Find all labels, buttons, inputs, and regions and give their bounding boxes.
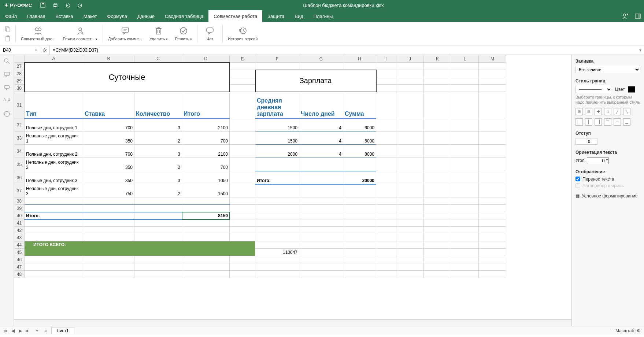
cell[interactable]: 750: [83, 184, 134, 197]
sheet-nav-first[interactable]: ⏮: [2, 328, 9, 333]
menu-layout[interactable]: Макет: [78, 10, 102, 22]
col-header[interactable]: L: [451, 55, 479, 63]
print-icon[interactable]: [52, 2, 58, 8]
save-icon[interactable]: [40, 2, 46, 8]
formula-input[interactable]: =СУММ(D32;D33:D37): [50, 45, 637, 55]
row-header[interactable]: 27: [14, 63, 25, 70]
col-header[interactable]: E: [230, 55, 255, 63]
cell[interactable]: ИТОГО ВСЕГО:: [25, 241, 255, 256]
cell[interactable]: 3: [134, 118, 182, 132]
share-button[interactable]: Совместный дос...: [17, 26, 59, 41]
chat-button[interactable]: Чат: [199, 26, 221, 41]
cell[interactable]: 350: [83, 132, 134, 145]
border-diag1-icon[interactable]: ╱: [614, 108, 621, 115]
col-header[interactable]: M: [479, 55, 506, 63]
border-outer-icon[interactable]: ⊞: [575, 108, 583, 115]
cell[interactable]: 2: [134, 158, 182, 171]
cell[interactable]: Неполные дни, сотрудник 1: [25, 132, 83, 145]
row-header[interactable]: 32: [14, 118, 25, 132]
coedit-mode-button[interactable]: Режим совмест...: [59, 26, 101, 41]
selected-cell[interactable]: 8150: [182, 212, 230, 219]
col-header[interactable]: H: [343, 55, 376, 63]
border-diag2-icon[interactable]: ╲: [623, 108, 630, 115]
cell[interactable]: 700: [182, 132, 230, 145]
menu-file[interactable]: Файл: [0, 10, 22, 22]
cell[interactable]: 1500: [182, 184, 230, 197]
cell[interactable]: Полные дни, сотрудник 2: [25, 145, 83, 158]
select-all-corner[interactable]: [14, 55, 25, 63]
sheet-nav-prev[interactable]: ◀: [10, 328, 16, 333]
add-user-icon[interactable]: [622, 13, 629, 19]
spellcheck-icon[interactable]: А↓В: [3, 97, 10, 104]
cell[interactable]: 700: [83, 145, 134, 158]
border-hcenter-icon[interactable]: ─: [614, 118, 621, 126]
formula-expand-icon[interactable]: ▾: [637, 48, 644, 53]
cell[interactable]: Число дней: [299, 92, 343, 118]
menu-view[interactable]: Вид: [289, 10, 308, 22]
cell[interactable]: 20000: [343, 171, 376, 184]
col-header[interactable]: G: [299, 55, 343, 63]
cell[interactable]: 2100: [182, 118, 230, 132]
col-header[interactable]: D: [182, 55, 230, 63]
cell[interactable]: 1500: [255, 132, 299, 145]
cell[interactable]: 4: [299, 118, 343, 132]
row-header[interactable]: 29: [14, 77, 25, 85]
row-header[interactable]: 47: [14, 263, 25, 271]
indent-input[interactable]: [575, 138, 597, 145]
cell[interactable]: 6000: [343, 118, 376, 132]
cell[interactable]: Тип: [25, 92, 83, 118]
undo-icon[interactable]: [65, 2, 71, 8]
border-bottom-icon[interactable]: ▁: [623, 118, 630, 126]
menu-insert[interactable]: Вставка: [50, 10, 78, 22]
border-vcenter-icon[interactable]: │: [585, 118, 592, 126]
menu-home[interactable]: Главная: [22, 10, 50, 22]
border-color-picker[interactable]: [628, 86, 635, 93]
border-top-icon[interactable]: ▔: [604, 118, 611, 126]
cell[interactable]: 2000: [255, 145, 299, 158]
cell[interactable]: 350: [83, 171, 134, 184]
fill-select[interactable]: Без заливки: [575, 66, 640, 73]
cell[interactable]: Неполные дни, сотрудник 2: [25, 158, 83, 171]
col-header[interactable]: F: [255, 55, 299, 63]
cell[interactable]: Количество: [134, 92, 182, 118]
sheet-list-button[interactable]: ≡: [41, 328, 50, 333]
col-header[interactable]: C: [134, 55, 182, 63]
cell[interactable]: Зарплата: [255, 70, 376, 92]
cell[interactable]: 6000: [343, 132, 376, 145]
cell[interactable]: 1500: [255, 118, 299, 132]
row-header[interactable]: 45: [14, 249, 25, 256]
angle-input[interactable]: [587, 157, 609, 164]
menu-formula[interactable]: Формула: [102, 10, 132, 22]
conditional-formatting-button[interactable]: ▦ Условное форматирование: [575, 193, 640, 199]
wrap-checkbox[interactable]: [575, 177, 580, 181]
border-style-select[interactable]: ────────: [575, 86, 612, 93]
menu-protection[interactable]: Защита: [262, 10, 289, 22]
cell[interactable]: Итого:: [255, 171, 299, 184]
cell[interactable]: 4: [299, 132, 343, 145]
horizontal-scrollbar[interactable]: [14, 319, 571, 326]
cell[interactable]: 2100: [182, 145, 230, 158]
col-header[interactable]: B: [83, 55, 134, 63]
row-header[interactable]: 43: [14, 234, 25, 241]
copy-icon[interactable]: [4, 26, 11, 32]
row-header[interactable]: 38: [14, 197, 25, 205]
row-header[interactable]: 40: [14, 212, 25, 219]
cell[interactable]: Сумма: [343, 92, 376, 118]
row-header[interactable]: 42: [14, 227, 25, 234]
redo-icon[interactable]: [77, 2, 83, 8]
history-button[interactable]: История версий: [224, 26, 261, 41]
cell-name-box[interactable]: D40: [0, 45, 40, 55]
row-header[interactable]: 46: [14, 256, 25, 263]
menu-pivot[interactable]: Сводная таблица: [160, 10, 208, 22]
border-left-icon[interactable]: ▏: [575, 118, 583, 126]
spreadsheet-grid[interactable]: A B C D E F G H I J K L M 27 Суточные 28: [14, 55, 506, 278]
paste-icon[interactable]: [4, 35, 11, 42]
cell[interactable]: Ставка: [83, 92, 134, 118]
cell[interactable]: Неполные дни, сотрудник 3: [25, 184, 83, 197]
feedback-icon[interactable]: i: [4, 111, 10, 117]
row-header[interactable]: 48: [14, 271, 25, 278]
comments-icon[interactable]: [4, 71, 10, 78]
border-all-icon[interactable]: ⊟: [585, 108, 592, 115]
sheet-tab[interactable]: Лист1: [51, 327, 74, 334]
cell[interactable]: Суточные: [25, 63, 230, 92]
